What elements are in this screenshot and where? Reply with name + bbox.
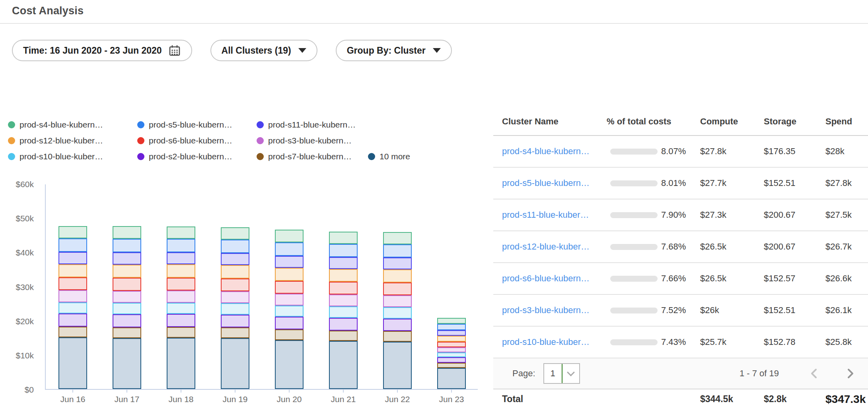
bar-segment[interactable] — [437, 363, 466, 368]
bar-segment[interactable] — [221, 303, 249, 315]
bar-segment[interactable] — [275, 281, 304, 294]
bar-segment[interactable] — [275, 317, 304, 329]
bar-segment[interactable] — [167, 338, 195, 389]
bar-segment[interactable] — [221, 227, 249, 240]
bar-segment[interactable] — [275, 340, 304, 389]
bar-segment[interactable] — [58, 252, 87, 264]
bar-segment[interactable] — [221, 265, 249, 279]
bar-segment[interactable] — [58, 238, 87, 252]
bar-segment[interactable] — [437, 368, 466, 389]
cluster-name-link[interactable]: prod-s5-blue-kubern… — [502, 178, 610, 188]
next-page-button[interactable] — [843, 367, 857, 380]
bar-segment[interactable] — [275, 329, 304, 340]
legend-item[interactable]: prod-s11-blue-kubern… — [257, 120, 368, 130]
bar-segment[interactable] — [383, 257, 412, 269]
cluster-name-link[interactable]: prod-s6-blue-kubern… — [502, 273, 610, 284]
legend-item[interactable]: prod-s10-blue-kuber… — [8, 152, 137, 161]
bar-segment[interactable] — [113, 265, 141, 278]
column-header-cluster-name[interactable]: Cluster Name — [502, 116, 610, 127]
bar-segment[interactable] — [58, 226, 87, 238]
cluster-name-link[interactable]: prod-s10-blue-kuber… — [502, 337, 610, 347]
bar-segment[interactable] — [113, 252, 141, 265]
bar-segment[interactable] — [329, 244, 358, 257]
column-header-pct-of-total-costs[interactable]: % of total costs — [607, 116, 697, 127]
bar-segment[interactable] — [221, 338, 249, 389]
bar-segment[interactable] — [437, 347, 466, 352]
cluster-name-link[interactable]: prod-s3-blue-kubern… — [502, 305, 610, 315]
bar-segment[interactable] — [437, 336, 466, 342]
bar-segment[interactable] — [113, 327, 141, 338]
previous-page-button[interactable] — [808, 367, 821, 380]
bar-segment[interactable] — [113, 278, 141, 291]
bar-segment[interactable] — [113, 239, 141, 252]
bar-segment[interactable] — [329, 306, 358, 317]
bar-segment[interactable] — [167, 290, 195, 303]
bar-segment[interactable] — [221, 279, 249, 291]
legend-item[interactable]: prod-s2-blue-kubern… — [137, 152, 257, 161]
legend-item[interactable]: prod-s12-blue-kuber… — [8, 136, 137, 145]
bar-segment[interactable] — [329, 294, 358, 306]
bar-segment[interactable] — [167, 314, 195, 327]
bar-segment[interactable] — [383, 283, 412, 295]
bar-segment[interactable] — [437, 352, 466, 357]
time-range-filter[interactable]: Time: 16 Jun 2020 - 23 Jun 2020 — [12, 40, 192, 61]
bar-segment[interactable] — [329, 232, 358, 244]
bar-segment[interactable] — [58, 290, 87, 302]
bar-segment[interactable] — [167, 239, 195, 252]
column-header-spend[interactable]: Spend — [825, 116, 868, 127]
bar-segment[interactable] — [329, 318, 358, 331]
legend-item[interactable]: prod-s5-blue-kubern… — [137, 120, 257, 130]
bar-segment[interactable] — [58, 314, 87, 327]
bar-segment[interactable] — [437, 324, 466, 330]
legend-item[interactable]: prod-s7-blue-kubern… — [257, 152, 368, 161]
column-header-storage[interactable]: Storage — [764, 116, 825, 127]
bar-segment[interactable] — [383, 307, 412, 318]
column-header-compute[interactable]: Compute — [700, 116, 764, 127]
legend-item[interactable]: prod-s4-blue-kubern… — [8, 120, 137, 130]
bar-segment[interactable] — [167, 303, 195, 314]
bar-segment[interactable] — [58, 302, 87, 314]
cluster-name-link[interactable]: prod-s11-blue-kuber… — [502, 210, 610, 220]
bar-segment[interactable] — [221, 253, 249, 265]
clusters-filter[interactable]: All Clusters (19) — [210, 40, 317, 61]
bar-segment[interactable] — [275, 230, 304, 242]
legend-item[interactable]: prod-s3-blue-kubern… — [257, 136, 368, 145]
bar-segment[interactable] — [275, 242, 304, 256]
bar-segment[interactable] — [437, 330, 466, 336]
bar-segment[interactable] — [275, 268, 304, 281]
bar-segment[interactable] — [113, 314, 141, 327]
legend-item[interactable]: 10 more — [368, 152, 410, 161]
group-by-filter[interactable]: Group By: Cluster — [336, 40, 452, 61]
bar-segment[interactable] — [383, 319, 412, 331]
bar-segment[interactable] — [58, 264, 87, 278]
bar-segment[interactable] — [329, 282, 358, 294]
bar-segment[interactable] — [275, 306, 304, 317]
bar-segment[interactable] — [383, 331, 412, 342]
cluster-name-link[interactable]: prod-s4-blue-kubern… — [502, 146, 610, 157]
bar-segment[interactable] — [113, 303, 141, 314]
bar-segment[interactable] — [329, 341, 358, 389]
bar-segment[interactable] — [113, 338, 141, 389]
legend-item[interactable]: prod-s6-blue-kubern… — [137, 136, 257, 145]
bar-segment[interactable] — [329, 257, 358, 269]
bar-segment[interactable] — [221, 240, 249, 253]
bar-segment[interactable] — [58, 337, 87, 389]
bar-segment[interactable] — [329, 269, 358, 282]
bar-segment[interactable] — [383, 269, 412, 283]
bar-segment[interactable] — [113, 291, 141, 303]
bar-segment[interactable] — [167, 264, 195, 278]
bar-segment[interactable] — [329, 331, 358, 341]
bar-segment[interactable] — [437, 318, 466, 324]
bar-segment[interactable] — [167, 226, 195, 239]
bar-segment[interactable] — [58, 327, 87, 337]
bar-segment[interactable] — [221, 291, 249, 303]
bar-segment[interactable] — [167, 327, 195, 338]
bar-segment[interactable] — [167, 252, 195, 264]
bar-segment[interactable] — [437, 342, 466, 347]
bar-segment[interactable] — [383, 295, 412, 307]
bar-segment[interactable] — [221, 327, 249, 338]
bar-segment[interactable] — [167, 278, 195, 290]
bar-segment[interactable] — [383, 342, 412, 389]
bar-segment[interactable] — [275, 256, 304, 268]
bar-segment[interactable] — [383, 232, 412, 244]
